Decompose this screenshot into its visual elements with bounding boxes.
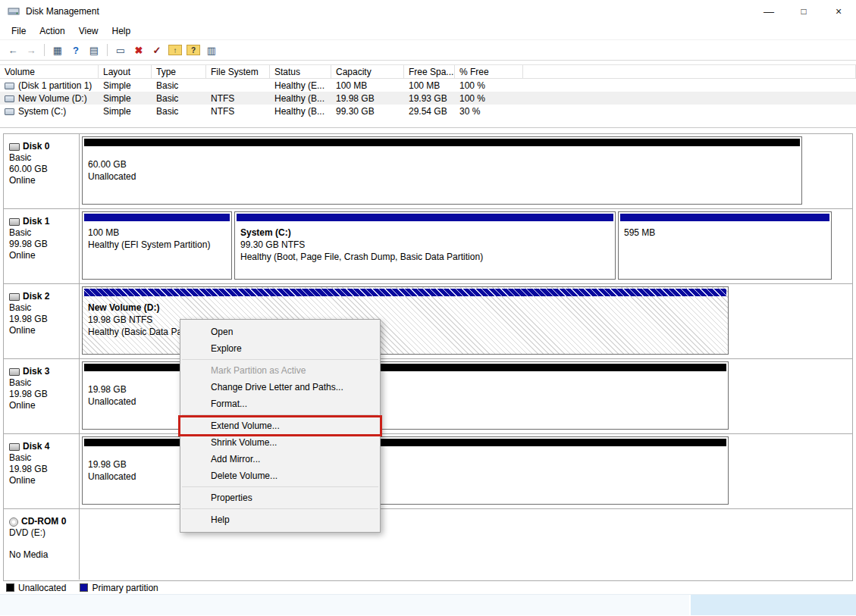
- pane-splitter[interactable]: [0, 127, 856, 128]
- volume-icon: [5, 83, 14, 89]
- maximize-button[interactable]: □: [786, 0, 821, 23]
- partition-unallocated[interactable]: 19.98 GB Unallocated: [82, 361, 729, 430]
- menu-item-delete-volume[interactable]: Delete Volume...: [180, 467, 380, 484]
- partition-system-c[interactable]: System (C:) 99.30 GB NTFS Healthy (Boot,…: [234, 211, 616, 280]
- volume-pct-free: 100 %: [455, 80, 523, 91]
- menu-item-help[interactable]: Help: [180, 511, 380, 528]
- partition-unallocated[interactable]: 19.98 GB Unallocated: [82, 436, 729, 505]
- help-doc-icon[interactable]: ?: [67, 42, 84, 58]
- col-free-space[interactable]: Free Spa...: [404, 65, 455, 78]
- action-pane-icon[interactable]: ▭: [112, 42, 129, 58]
- col-pct-free[interactable]: % Free: [455, 65, 523, 78]
- disk-size: 60.00 GB: [9, 164, 75, 175]
- table-row[interactable]: System (C:) Simple Basic NTFS Healthy (B…: [0, 105, 856, 117]
- menu-file[interactable]: File: [5, 23, 33, 39]
- volume-list-header: Volume Layout Type File System Status Ca…: [0, 65, 856, 79]
- up-folder-icon[interactable]: ↑: [168, 45, 182, 55]
- forward-icon[interactable]: →: [23, 42, 39, 58]
- partition-title: New Volume (D:): [84, 302, 726, 314]
- mark-active-icon[interactable]: ✓: [149, 42, 165, 58]
- menu-item-open[interactable]: Open: [180, 324, 380, 340]
- menu-bar: File Action View Help: [0, 23, 856, 40]
- volume-status: Healthy (B...: [270, 106, 331, 117]
- menu-item-explore[interactable]: Explore: [180, 340, 380, 357]
- col-volume[interactable]: Volume: [0, 65, 99, 78]
- disk-info-panel[interactable]: Disk 3 Basic 19.98 GB Online: [4, 359, 80, 433]
- toolbar-separator: [107, 44, 108, 56]
- partition-color-bar: [84, 214, 230, 221]
- partition-unallocated[interactable]: 60.00 GB Unallocated: [82, 136, 802, 205]
- volume-icon: [5, 108, 14, 115]
- menu-item-shrink-volume[interactable]: Shrink Volume...: [180, 434, 380, 451]
- col-layout[interactable]: Layout: [99, 65, 152, 78]
- volume-fs: NTFS: [206, 106, 270, 117]
- views-icon[interactable]: ▥: [203, 42, 220, 58]
- menu-item-extend-volume[interactable]: Extend Volume...: [180, 417, 380, 434]
- menu-separator: [182, 486, 378, 487]
- disk-icon: [9, 293, 20, 301]
- col-capacity[interactable]: Capacity: [331, 65, 404, 78]
- disk-row-0: Disk 0 Basic 60.00 GB Online 60.00 GB Un…: [4, 134, 852, 209]
- disk-status: No Media: [9, 549, 75, 561]
- disk-kind: Basic: [9, 452, 75, 464]
- red-highlight-annotation: [178, 415, 382, 436]
- menu-separator: [182, 359, 378, 360]
- disk-icon: [9, 443, 20, 451]
- volume-type: Basic: [152, 93, 206, 104]
- disk-info-panel[interactable]: Disk 1 Basic 99.98 GB Online: [4, 209, 80, 283]
- menu-item-change-drive-letter[interactable]: Change Drive Letter and Paths...: [180, 379, 380, 396]
- col-status[interactable]: Status: [270, 65, 331, 78]
- partition-recovery[interactable]: 595 MB: [618, 211, 832, 280]
- disk-label: Disk 4: [23, 441, 49, 452]
- table-row[interactable]: New Volume (D:) Simple Basic NTFS Health…: [0, 92, 856, 105]
- disk-row-2: Disk 2 Basic 19.98 GB Online New Volume …: [4, 284, 852, 359]
- primary-partition-swatch: [80, 583, 88, 592]
- details-view-icon[interactable]: ▤: [86, 42, 102, 58]
- disk-info-panel[interactable]: Disk 0 Basic 60.00 GB Online: [4, 134, 80, 208]
- partition-size: 60.00 GB: [84, 158, 800, 170]
- disk-status: Online: [9, 400, 75, 411]
- minimize-button[interactable]: —: [751, 0, 786, 23]
- disk-icon: [9, 368, 20, 376]
- partition-color-bar: [237, 214, 613, 221]
- partition-new-volume-d[interactable]: New Volume (D:) 19.98 GB NTFS Healthy (B…: [82, 286, 729, 355]
- delete-volume-icon[interactable]: ✖: [130, 42, 147, 58]
- disk-info-panel[interactable]: CD-ROM 0 DVD (E:) No Media: [4, 509, 80, 580]
- partition-size: 595 MB: [620, 227, 829, 239]
- volume-name: New Volume (D:): [18, 93, 87, 104]
- show-console-tree-icon[interactable]: ▦: [49, 42, 66, 58]
- partition-efi[interactable]: 100 MB Healthy (EFI System Partition): [82, 211, 232, 280]
- volume-capacity: 100 MB: [331, 80, 404, 91]
- volume-pct-free: 30 %: [455, 106, 523, 117]
- disk-row-4: Disk 4 Basic 19.98 GB Online 19.98 GB Un…: [4, 434, 852, 509]
- volume-status: Healthy (B...: [270, 93, 331, 104]
- table-row[interactable]: (Disk 1 partition 1) Simple Basic Health…: [0, 79, 856, 92]
- bottom-strip-right: [689, 595, 856, 615]
- disk-row-1: Disk 1 Basic 99.98 GB Online 100 MB Heal…: [4, 209, 852, 284]
- menu-action[interactable]: Action: [33, 23, 71, 39]
- partition-title: System (C:): [237, 227, 613, 239]
- disk-status: Online: [9, 250, 75, 261]
- menu-item-format[interactable]: Format...: [180, 396, 380, 412]
- help-folder-icon[interactable]: ?: [187, 45, 200, 55]
- back-icon[interactable]: ←: [5, 42, 21, 58]
- disk-status: Online: [9, 175, 75, 186]
- extend-volume-label: Extend Volume...: [211, 421, 280, 431]
- disk-size: 19.98 GB: [9, 464, 75, 475]
- disk-info-panel[interactable]: Disk 2 Basic 19.98 GB Online: [4, 284, 80, 358]
- menu-help[interactable]: Help: [105, 23, 138, 39]
- partition-status: Unallocated: [84, 170, 800, 183]
- col-file-system[interactable]: File System: [206, 65, 270, 78]
- cdrom-icon: [9, 518, 18, 527]
- menu-item-properties[interactable]: Properties: [180, 489, 380, 506]
- close-button[interactable]: ×: [821, 0, 856, 23]
- col-type[interactable]: Type: [152, 65, 206, 78]
- volume-layout: Simple: [99, 106, 152, 117]
- disk-kind: DVD (E:): [9, 527, 75, 539]
- titlebar: Disk Management — □ ×: [0, 0, 856, 23]
- menu-item-add-mirror[interactable]: Add Mirror...: [180, 451, 380, 467]
- partition-status: Healthy (EFI System Partition): [84, 239, 230, 251]
- volume-fs: NTFS: [206, 93, 270, 104]
- menu-view[interactable]: View: [72, 23, 105, 39]
- disk-info-panel[interactable]: Disk 4 Basic 19.98 GB Online: [4, 434, 80, 508]
